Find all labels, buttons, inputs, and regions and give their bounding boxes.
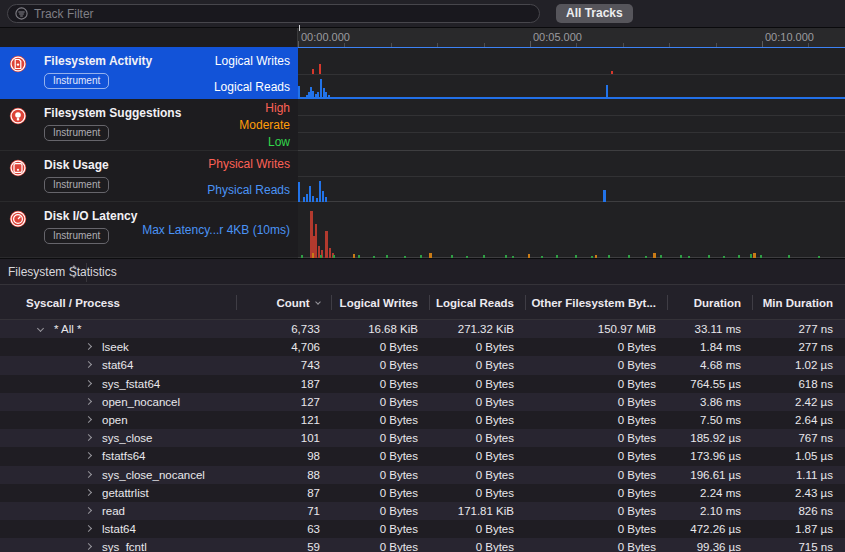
disclosure-chevron[interactable] (85, 489, 92, 496)
table-row-sys-fcntl[interactable]: sys_fcntl590 Bytes0 Bytes0 Bytes99.36 µs… (0, 538, 845, 552)
column-header-min-duration[interactable]: Min Duration (753, 285, 845, 320)
disclosure-chevron[interactable] (85, 507, 92, 514)
playhead-top-tick[interactable] (299, 25, 300, 31)
table-row-lseek[interactable]: lseek4,7060 Bytes0 Bytes0 Bytes1.84 ms27… (0, 338, 845, 356)
track-title: Filesystem Suggestions (44, 106, 181, 120)
syscall-name: * All * (54, 323, 82, 335)
column-header-logical-writes[interactable]: Logical Writes (332, 285, 430, 320)
chart-bar (606, 85, 608, 99)
syscall-name: fstatfs64 (102, 450, 145, 462)
value-cell: 2.42 µs (753, 393, 845, 411)
disclosure-chevron[interactable] (85, 380, 92, 387)
syscall-name: stat64 (102, 359, 133, 371)
table-row-fstatfs64[interactable]: fstatfs64980 Bytes0 Bytes0 Bytes173.96 µ… (0, 447, 845, 465)
track-filter-input[interactable]: Track Filter (7, 4, 540, 23)
table-row-getattrlist[interactable]: getattrlist870 Bytes0 Bytes0 Bytes2.24 m… (0, 484, 845, 502)
value-cell: 0 Bytes (332, 356, 430, 374)
syscall-cell: getattrlist (0, 484, 237, 502)
timeline-ruler[interactable]: 00:00.00000:05.00000:10.000 (298, 28, 845, 47)
value-cell: 0 Bytes (430, 466, 526, 484)
toolbar: Track Filter All Tracks (0, 0, 845, 28)
syscall-cell: fstatfs64 (0, 447, 237, 465)
chart-track-2[interactable] (298, 99, 845, 151)
value-cell: 4,706 (237, 338, 332, 356)
chart-bar (320, 79, 322, 99)
track-title: Filesystem Activity (44, 54, 152, 68)
disk-icon (9, 159, 27, 177)
value-cell: 764.55 µs (668, 375, 753, 393)
value-cell: 6,733 (237, 320, 332, 338)
chart-bar (603, 190, 606, 202)
disclosure-chevron[interactable] (85, 543, 92, 550)
value-cell: 99.36 µs (668, 538, 753, 552)
value-cell: 63 (237, 520, 332, 538)
track-header-disk-i-o-latency[interactable]: Disk I/O LatencyInstrumentMax Latency...… (0, 202, 298, 258)
disclosure-chevron[interactable] (85, 416, 92, 423)
disclosure-chevron[interactable] (85, 452, 92, 459)
syscall-cell: sys_fstat64 (0, 375, 237, 393)
disclosure-chevron[interactable] (85, 398, 92, 405)
instrument-badge: Instrument (44, 73, 109, 89)
track-header-filesystem-suggestions[interactable]: Filesystem SuggestionsInstrumentHighMode… (0, 99, 298, 151)
disclosure-chevron[interactable] (85, 525, 92, 532)
lane-label: Physical Reads (207, 183, 290, 197)
table-row-lstat64[interactable]: lstat64630 Bytes0 Bytes0 Bytes472.26 µs1… (0, 520, 845, 538)
value-cell: 0 Bytes (430, 375, 526, 393)
value-cell: 0 Bytes (332, 429, 430, 447)
value-cell: 88 (237, 466, 332, 484)
popup-updown-icon (72, 266, 76, 277)
table-row-sys-fstat64[interactable]: sys_fstat641870 Bytes0 Bytes0 Bytes764.5… (0, 375, 845, 393)
track-list: Filesystem ActivityInstrumentLogical Wri… (0, 47, 298, 258)
chart-bar (298, 182, 300, 202)
value-cell: 0 Bytes (526, 429, 668, 447)
column-header-duration[interactable]: Duration (668, 285, 753, 320)
ruler-time-label: 00:05.000 (533, 31, 582, 43)
disclosure-chevron[interactable] (85, 343, 92, 350)
chart-track-3[interactable] (298, 151, 845, 202)
chart-track-1[interactable] (298, 47, 845, 99)
lane-label: Logical Writes (215, 54, 290, 68)
table-row-open[interactable]: open1210 Bytes0 Bytes0 Bytes7.50 ms2.64 … (0, 411, 845, 429)
chart-bar (315, 224, 317, 258)
table-header: Syscall / ProcessCount Logical WritesLog… (0, 285, 845, 320)
chart-lane (298, 177, 845, 202)
chart-bar (325, 92, 327, 99)
track-header-disk-usage[interactable]: Disk UsageInstrumentPhysical WritesPhysi… (0, 151, 298, 202)
disclosure-chevron[interactable] (37, 325, 44, 332)
all-tracks-button[interactable]: All Tracks (556, 4, 633, 23)
value-cell: 0 Bytes (430, 356, 526, 374)
track-header-filesystem-activity[interactable]: Filesystem ActivityInstrumentLogical Wri… (0, 47, 298, 99)
column-header-count[interactable]: Count (237, 285, 332, 320)
table-row-sys-close[interactable]: sys_close1010 Bytes0 Bytes0 Bytes185.92 … (0, 429, 845, 447)
value-cell: 2.24 ms (668, 484, 753, 502)
syscall-name: open (102, 414, 128, 426)
value-cell: 0 Bytes (430, 429, 526, 447)
disclosure-chevron[interactable] (85, 470, 92, 477)
lane-label: Moderate (239, 118, 290, 132)
disclosure-chevron[interactable] (85, 434, 92, 441)
table-row-all[interactable]: * All *6,73316.68 KiB271.32 KiB150.97 Mi… (0, 320, 845, 338)
disclosure-chevron[interactable] (85, 361, 92, 368)
chart-track-4[interactable] (298, 202, 845, 258)
statistics-popup-button[interactable]: Filesystem Statistics (8, 265, 117, 279)
chart-bar (319, 181, 321, 202)
value-cell: 1.87 µs (753, 520, 845, 538)
table-row-read[interactable]: read710 Bytes171.81 KiB0 Bytes2.10 ms826… (0, 502, 845, 520)
chart-bar (325, 231, 328, 258)
value-cell: 277 ns (753, 338, 845, 356)
value-cell: 187 (237, 375, 332, 393)
table-row-stat64[interactable]: stat647430 Bytes0 Bytes0 Bytes4.68 ms1.0… (0, 356, 845, 374)
table-row-open-nocancel[interactable]: open_nocancel1270 Bytes0 Bytes0 Bytes3.8… (0, 393, 845, 411)
value-cell: 1.05 µs (753, 447, 845, 465)
instrument-badge: Instrument (44, 177, 109, 193)
value-cell: 0 Bytes (526, 375, 668, 393)
chart-bar (312, 69, 314, 74)
column-header-label: Logical Reads (436, 297, 514, 309)
value-cell: 0 Bytes (332, 520, 430, 538)
column-header-label: Syscall / Process (26, 297, 120, 309)
table-row-sys-close-nocancel[interactable]: sys_close_nocancel880 Bytes0 Bytes0 Byte… (0, 466, 845, 484)
column-header-other-filesystem-byt-[interactable]: Other Filesystem Byt... (526, 285, 668, 320)
syscall-cell: sys_close (0, 429, 237, 447)
column-header-syscall-process[interactable]: Syscall / Process (0, 285, 237, 320)
column-header-logical-reads[interactable]: Logical Reads (430, 285, 526, 320)
